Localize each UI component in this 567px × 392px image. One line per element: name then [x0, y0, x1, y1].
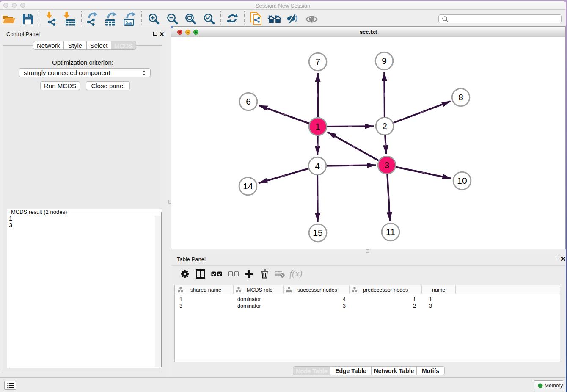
svg-text:8: 8	[458, 92, 463, 102]
svg-text:9: 9	[382, 56, 387, 66]
svg-text:15: 15	[313, 228, 322, 237]
svg-text:7: 7	[315, 57, 320, 66]
svg-text:4: 4	[315, 161, 320, 171]
svg-text:2: 2	[382, 121, 387, 131]
svg-text:10: 10	[457, 176, 467, 185]
svg-text:11: 11	[386, 227, 395, 237]
svg-text:14: 14	[243, 181, 253, 191]
svg-text:1: 1	[315, 121, 320, 131]
svg-text:6: 6	[246, 97, 251, 106]
svg-text:3: 3	[384, 160, 389, 170]
